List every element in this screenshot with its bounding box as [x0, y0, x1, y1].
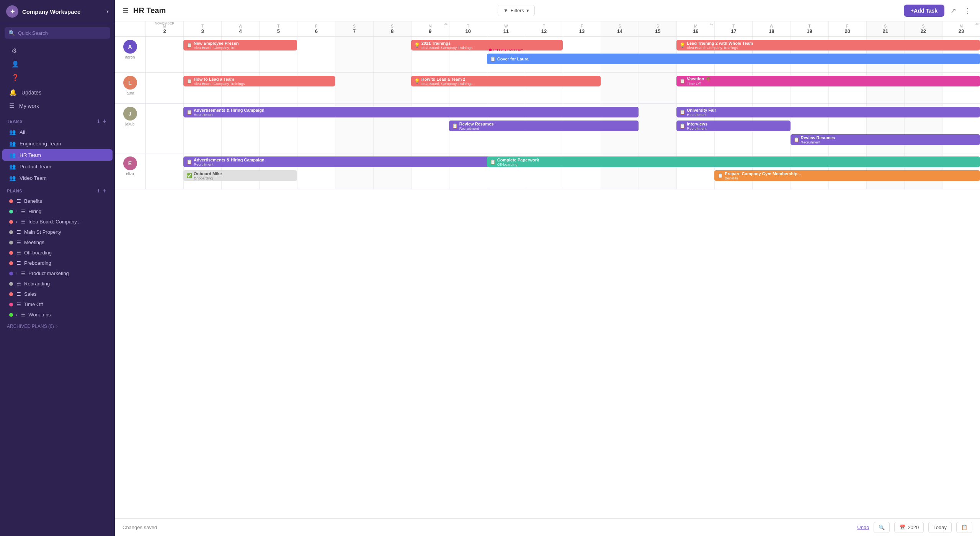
share-icon[interactable]: ↗ — [949, 5, 958, 16]
year-button[interactable]: 📅 2020 — [894, 522, 924, 533]
avatar-cell-laura: L laura — [115, 73, 145, 103]
plan-dot — [9, 220, 13, 224]
task-bar[interactable]: 📋 Complete Paperwork Off-boarding — [487, 156, 980, 167]
plan-dot — [9, 210, 13, 213]
task-icon: 📋 — [452, 123, 458, 129]
search-icon: 🔍 — [8, 30, 15, 36]
task-bar[interactable]: 📋 Review Resumes Recruitment — [449, 121, 639, 131]
workspace-name: Company Workspace — [22, 8, 103, 15]
more-options-icon[interactable]: ⋮ — [962, 5, 972, 16]
sidebar-header[interactable]: ✦ Company Workspace ▾ — [0, 0, 115, 23]
plan-dot — [9, 241, 13, 244]
task-bar[interactable]: 📋 University Fair Recruitment — [676, 107, 980, 117]
sidebar-item-plan-benefits[interactable]: ☰ Benefits — [2, 196, 113, 206]
sidebar-item-plan-off-boarding[interactable]: ☰ Off-boarding — [2, 248, 113, 258]
task-icon: 📋 — [186, 78, 192, 84]
quick-search-container[interactable]: 🔍 — [5, 27, 110, 39]
undo-button[interactable]: Undo — [857, 525, 869, 530]
task-bar[interactable]: 💡 Lead Training 2 with Whole Team Idea B… — [676, 40, 980, 51]
search-input[interactable] — [18, 30, 106, 36]
sidebar-item-plan-product-marketing[interactable]: › ☰ Product marketing — [2, 268, 113, 279]
sidebar-item-plan-hiring[interactable]: › ☰ Hiring — [2, 206, 113, 217]
archived-plans[interactable]: ARCHIVED PLANS (6) › — [0, 320, 115, 333]
sidebar-item-plan-rebranding[interactable]: ☰ Rebranding — [2, 279, 113, 289]
task-label: Onboard Mike — [194, 171, 222, 176]
cal-day-cell[interactable] — [373, 73, 411, 103]
task-sub: Idea Board: Company Tre... — [194, 46, 238, 50]
task-bar[interactable]: 📋 Interviews Recruitment — [676, 121, 790, 131]
calendar-day-header-15: S15 — [639, 21, 676, 36]
task-sub: Off-boarding — [497, 162, 539, 166]
calendar-view-button[interactable]: 📋 — [956, 522, 972, 533]
sidebar-item-help[interactable]: ❓ — [5, 71, 110, 84]
task-icon: 📋 — [679, 123, 685, 129]
sidebar-item-mywork[interactable]: ☰ My work — [2, 99, 113, 112]
task-bar[interactable]: 💡 How to Lead a Team 2 Idea Board: Compa… — [411, 76, 601, 86]
task-bar[interactable]: 📋 Advertisements & Hiring Campaign Recru… — [183, 107, 639, 117]
sidebar-item-plan-work-trips[interactable]: › ☰ Work trips — [2, 310, 113, 320]
add-team-button[interactable]: + — [101, 118, 108, 125]
sidebar-item-team-video-team[interactable]: 👥Video Team — [2, 172, 113, 184]
sidebar-item-team-product-team[interactable]: 👥Product Team — [2, 161, 113, 172]
task-bar[interactable]: 📋 Review Resumes Recruitment — [791, 134, 980, 145]
calendar-day-header-20: F20 — [828, 21, 866, 36]
sidebar-item-plan-preboarding[interactable]: ☰ Preboarding — [2, 258, 113, 268]
task-sub: Benefits — [725, 176, 801, 180]
cal-day-cell[interactable] — [145, 104, 183, 153]
plan-list-icon: ☰ — [21, 219, 25, 225]
task-bar[interactable]: 📋 New Employee Presen Idea Board: Compan… — [183, 40, 297, 51]
sidebar-item-plan-main-st-property[interactable]: ☰ Main St Property — [2, 227, 113, 237]
team-icon: 👥 — [9, 129, 16, 135]
sidebar-item-users[interactable]: 👤 — [5, 57, 110, 71]
calendar-row-eliza: E eliza 📋 Advertisements & Hiring Campai… — [115, 153, 980, 189]
cal-day-cell[interactable] — [601, 73, 639, 103]
add-plan-button[interactable]: + — [101, 187, 108, 194]
sidebar-item-team-hr-team[interactable]: 👥HR Team — [2, 149, 113, 161]
task-sub: Idea Board: Company Trainings — [687, 46, 753, 50]
avatar-cell-eliza: E eliza — [115, 153, 145, 189]
sidebar-item-plan-sales[interactable]: ☰ Sales — [2, 289, 113, 299]
cal-day-cell[interactable] — [145, 73, 183, 103]
task-sub: Time Off — [687, 81, 710, 86]
task-bar[interactable]: 📋 Cover for Laura — [487, 54, 980, 64]
task-bar[interactable]: 📋 How to Lead a Team Idea Board: Company… — [183, 76, 335, 86]
cal-day-cell[interactable] — [335, 73, 373, 103]
calendar-day-header-7: S7 — [335, 21, 373, 36]
sidebar-item-plan-meetings[interactable]: ☰ Meetings — [2, 237, 113, 248]
sidebar-item-gear[interactable]: ⚙ — [5, 44, 110, 57]
task-bar[interactable]: 📋 Prepare Company Gym Membership... Bene… — [714, 170, 980, 181]
avatar-name: laura — [126, 91, 134, 95]
teams-info-icon[interactable]: ℹ — [98, 119, 100, 124]
task-bar[interactable]: 📋 Vacation 🌴 Time Off — [676, 76, 980, 86]
sidebar-item-team-all[interactable]: 👥All — [2, 126, 113, 138]
today-button[interactable]: Today — [928, 522, 952, 533]
calendar-day-header-22: S22 — [904, 21, 942, 36]
sidebar-item-updates[interactable]: 🔔 Updates — [2, 86, 113, 99]
cal-day-cell[interactable] — [145, 37, 183, 72]
sidebar-item-plan-time-off[interactable]: ☰ Time Off — [2, 299, 113, 310]
plan-dot — [9, 261, 13, 265]
task-label: University Fair — [687, 108, 716, 112]
calendar-day-header-3: T3 — [183, 21, 221, 36]
calendar-day-header-9: 46M9 — [411, 21, 449, 36]
task-bar[interactable]: ✅ Onboard Mike Onboarding — [183, 170, 297, 181]
calendar-row-jakub: J jakub 📋 Advertisements & Hiring Campai… — [115, 104, 980, 153]
menu-icon[interactable]: ☰ — [122, 7, 129, 15]
zoom-button[interactable]: 🔍 — [874, 522, 890, 533]
cal-day-cell[interactable] — [639, 104, 676, 153]
sidebar-item-plan-idea-board:-company[interactable]: › ☰ Idea Board: Company... — [2, 217, 113, 227]
cal-day-cell[interactable] — [639, 73, 676, 103]
calendar-container: NOVEMBERM2T3W4T5F6S7S846M9T10W11KELLY'S … — [115, 21, 980, 518]
cal-day-cell[interactable] — [373, 37, 411, 72]
cal-day-cell[interactable] — [145, 153, 183, 189]
help-icon: ❓ — [11, 74, 19, 81]
cal-day-cell[interactable] — [297, 37, 335, 72]
filters-button[interactable]: ▼ Filters ▾ — [498, 5, 535, 16]
task-bar[interactable]: 💡 2021 Trainings Idea Board: Company Tra… — [411, 40, 563, 51]
cal-day-cell[interactable] — [335, 37, 373, 72]
add-task-button[interactable]: +Add Task — [904, 5, 944, 17]
list-icon: ☰ — [9, 102, 15, 109]
chevron-down-icon: ▾ — [526, 8, 529, 13]
sidebar-item-team-engineering-team[interactable]: 👥Engineering Team — [2, 138, 113, 149]
plans-info-icon[interactable]: ℹ — [98, 189, 100, 194]
